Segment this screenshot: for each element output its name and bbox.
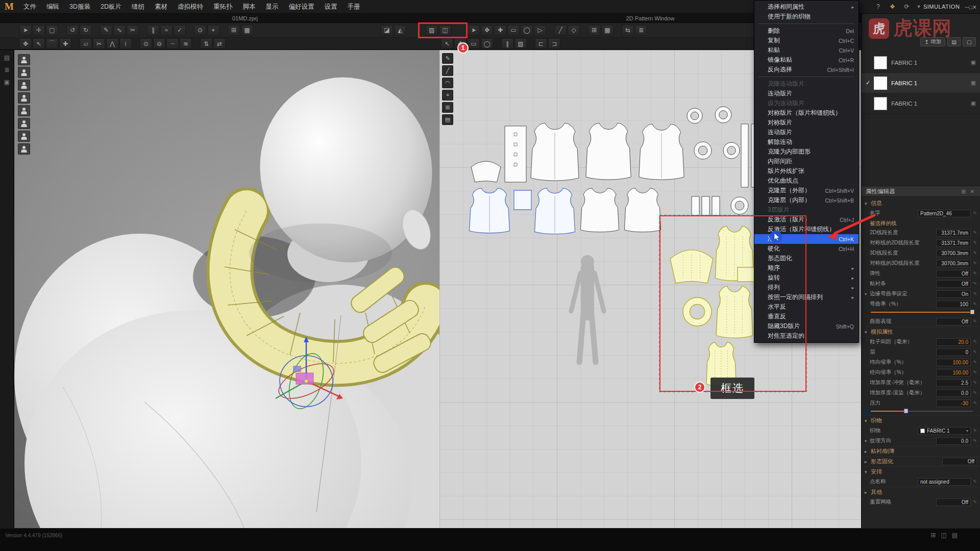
menu-item-1[interactable]: 文件 (18, 0, 41, 14)
context-menu-item[interactable]: 形态固化 (754, 254, 859, 263)
align-right-icon[interactable]: ⊐ (548, 38, 560, 49)
property-section-header[interactable]: ▸其他 (862, 487, 980, 497)
redo-icon[interactable]: ↻ (80, 25, 92, 36)
pattern-piece[interactable] (505, 126, 526, 182)
topstitch-tool[interactable]: ┄ (166, 38, 179, 49)
curve-pen-tool[interactable]: ∿ (113, 25, 126, 36)
context-menu-item[interactable]: 对称版片 (754, 118, 859, 128)
cloud-sync-icon[interactable]: ⟳ (902, 3, 911, 10)
fabric-item[interactable]: FABRIC 1▣ (862, 93, 980, 114)
avatar-pose-button[interactable] (18, 67, 30, 78)
2d-note-tool[interactable]: ▤ (442, 114, 453, 125)
show-avatar-toggle[interactable]: ◭ (394, 25, 406, 36)
zipper-tool[interactable]: ≀ (119, 38, 132, 49)
pattern-piece[interactable] (702, 196, 709, 215)
context-menu-item[interactable]: 复制Ctrl+C (754, 36, 859, 45)
2d-edit-tool[interactable]: ↖ (441, 38, 453, 49)
pattern-piece[interactable] (715, 107, 731, 123)
context-menu-item[interactable]: 克隆层（内部）Ctrl+Shift+B (754, 195, 859, 205)
property-value[interactable]: 20.0 (936, 338, 971, 346)
menu-item-7[interactable]: 虚拟模特 (173, 0, 208, 14)
circle-pattern-tool[interactable]: ◯ (521, 25, 533, 36)
context-menu-item[interactable]: 删除Del (754, 26, 859, 36)
property-value[interactable]: not assigned (918, 478, 971, 486)
context-menu-item[interactable]: 排列▸ (754, 283, 859, 292)
pin-tool[interactable]: ⊙ (194, 25, 206, 36)
property-value[interactable]: 0.0 (936, 437, 971, 445)
edit-icon[interactable]: ✎ (971, 390, 977, 395)
menu-item-8[interactable]: 重拓扑 (208, 0, 238, 14)
pattern-piece[interactable] (741, 124, 748, 187)
add-point-tool-2[interactable]: ✚ (59, 38, 71, 49)
pattern-piece[interactable] (731, 197, 748, 214)
fabric-item[interactable]: ✓FABRIC 1▣ (862, 73, 980, 93)
edit-icon[interactable]: ✎ (971, 211, 977, 216)
2d-grid-tool[interactable]: ⊞ (442, 102, 453, 113)
cut-sew-tool[interactable]: ✂ (93, 38, 105, 49)
buttonhole-tool[interactable]: ⊖ (153, 38, 165, 49)
context-menu-item[interactable]: 水平反 (754, 302, 859, 312)
mode-selector[interactable]: ▼ SIMULATION (916, 4, 960, 10)
pattern-piece[interactable] (470, 188, 510, 233)
size-measure-button[interactable] (18, 143, 30, 155)
arrange-list-icon[interactable]: ≣ (635, 25, 647, 36)
undo-icon[interactable]: ↺ (66, 25, 79, 36)
show-platform-button[interactable] (18, 118, 30, 129)
fold-arrange-icon[interactable]: ⇅ (200, 38, 212, 49)
edit-icon[interactable]: ✎ (971, 302, 977, 307)
button-tool[interactable]: ⊙ (140, 38, 152, 49)
quad-view-icon[interactable]: ▦ (241, 25, 253, 36)
context-menu-item[interactable]: 优化曲线点 (754, 176, 859, 186)
property-section-header[interactable]: ▾信息 (862, 198, 980, 208)
edit-point-tool[interactable]: ↖ (33, 38, 45, 49)
tape-measure-tool[interactable]: ⌖ (207, 25, 219, 36)
property-section-header[interactable]: ▾织物 (862, 415, 980, 425)
property-value[interactable]: 100.00 (936, 359, 971, 366)
fabric-select[interactable]: FABRIC 1▾ (918, 427, 971, 435)
layers-tab-icon[interactable]: ▣ (4, 79, 10, 86)
dock-icons[interactable]: ⊞ ✕ (961, 189, 976, 194)
menu-item-5[interactable]: 缝纫 (127, 0, 150, 14)
menu-item-12[interactable]: 设置 (319, 0, 342, 14)
pattern-piece-selected[interactable] (716, 286, 752, 338)
arrangement-points-button[interactable] (18, 92, 30, 104)
edit-icon[interactable]: ✎ (971, 349, 977, 355)
property-value[interactable]: 31371.7mm (936, 239, 971, 247)
edit-icon[interactable]: ✎ (971, 438, 977, 443)
maximize-button[interactable]: □ (969, 4, 972, 10)
fabric-save-icon[interactable]: ▣ (971, 80, 976, 86)
mesh-view-toggle[interactable]: ◫ (439, 25, 451, 36)
history-tab-icon[interactable]: ≣ (4, 66, 9, 73)
pattern-piece[interactable] (723, 142, 740, 159)
pleat-tool[interactable]: ⋀ (106, 38, 118, 49)
property-value[interactable]: Off (936, 280, 971, 288)
pattern-piece[interactable] (624, 188, 660, 232)
section-value[interactable]: Off (942, 458, 977, 465)
avatar-head-3d[interactable] (243, 61, 439, 283)
fabric-save-icon[interactable]: ▣ (971, 100, 976, 107)
property-value[interactable]: 100.00 (936, 369, 971, 377)
tape-measure-button[interactable] (18, 131, 30, 142)
slider-handle[interactable] (904, 409, 908, 413)
trace-tool[interactable]: ▱ (80, 38, 92, 49)
context-menu-item[interactable]: 镜像粘贴Ctrl+R (754, 55, 859, 65)
property-value[interactable]: Off (936, 498, 971, 506)
bounding-volume-button[interactable] (18, 105, 30, 116)
property-value[interactable]: 31371.7mm (936, 229, 971, 237)
context-menu-item[interactable]: 对称版片（版片和缝纫线） (754, 108, 859, 118)
edit-icon[interactable]: ✎ (971, 380, 977, 385)
seam-check-tool[interactable]: ✓ (174, 25, 186, 36)
menu-item-13[interactable]: 手册 (342, 0, 365, 14)
show-avatar-button[interactable] (18, 54, 30, 65)
pattern-piece[interactable] (712, 196, 720, 215)
edit-icon[interactable]: ✎ (971, 479, 977, 484)
fabric-item[interactable]: FABRIC 1▣ (862, 53, 980, 73)
grading-table-icon[interactable]: ▦ (601, 25, 614, 36)
context-menu-item[interactable]: 顺序▸ (754, 263, 859, 273)
shirring-tool[interactable]: ≋ (180, 38, 192, 49)
polygon-pattern-tool[interactable]: ▷ (534, 25, 546, 36)
property-value[interactable]: Off (936, 270, 971, 278)
property-section-header[interactable]: ▾安排 (862, 466, 980, 477)
edit-icon[interactable]: ✎ (971, 281, 977, 286)
segment-sew-tool[interactable]: ∥ (147, 25, 159, 36)
